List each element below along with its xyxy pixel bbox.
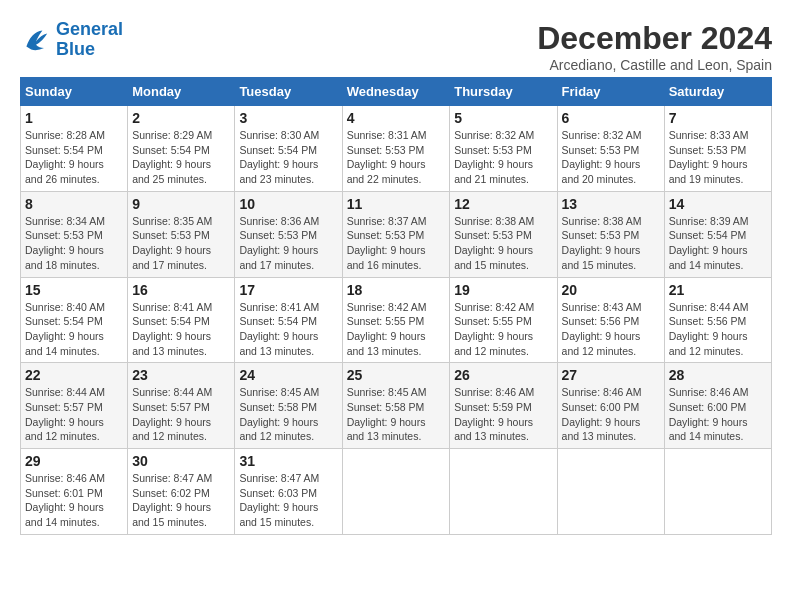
day-number: 30 [132, 453, 230, 469]
day-info: Sunrise: 8:44 AM Sunset: 5:57 PM Dayligh… [132, 385, 230, 444]
calendar-cell: 23Sunrise: 8:44 AM Sunset: 5:57 PM Dayli… [128, 363, 235, 449]
logo: General Blue [20, 20, 123, 60]
day-number: 5 [454, 110, 552, 126]
day-number: 26 [454, 367, 552, 383]
day-number: 9 [132, 196, 230, 212]
calendar-cell: 14Sunrise: 8:39 AM Sunset: 5:54 PM Dayli… [664, 191, 771, 277]
calendar-cell: 31Sunrise: 8:47 AM Sunset: 6:03 PM Dayli… [235, 449, 342, 535]
calendar-cell: 8Sunrise: 8:34 AM Sunset: 5:53 PM Daylig… [21, 191, 128, 277]
day-info: Sunrise: 8:28 AM Sunset: 5:54 PM Dayligh… [25, 128, 123, 187]
col-header-saturday: Saturday [664, 78, 771, 106]
calendar-cell: 2Sunrise: 8:29 AM Sunset: 5:54 PM Daylig… [128, 106, 235, 192]
day-number: 17 [239, 282, 337, 298]
day-info: Sunrise: 8:32 AM Sunset: 5:53 PM Dayligh… [454, 128, 552, 187]
day-number: 14 [669, 196, 767, 212]
day-info: Sunrise: 8:42 AM Sunset: 5:55 PM Dayligh… [454, 300, 552, 359]
day-number: 24 [239, 367, 337, 383]
day-info: Sunrise: 8:29 AM Sunset: 5:54 PM Dayligh… [132, 128, 230, 187]
col-header-sunday: Sunday [21, 78, 128, 106]
calendar-cell [664, 449, 771, 535]
day-info: Sunrise: 8:35 AM Sunset: 5:53 PM Dayligh… [132, 214, 230, 273]
title-block: December 2024 Arcediano, Castille and Le… [537, 20, 772, 73]
day-number: 31 [239, 453, 337, 469]
calendar-cell [450, 449, 557, 535]
day-number: 19 [454, 282, 552, 298]
day-info: Sunrise: 8:46 AM Sunset: 5:59 PM Dayligh… [454, 385, 552, 444]
calendar-cell [342, 449, 450, 535]
day-number: 7 [669, 110, 767, 126]
day-number: 8 [25, 196, 123, 212]
day-info: Sunrise: 8:36 AM Sunset: 5:53 PM Dayligh… [239, 214, 337, 273]
calendar-cell: 15Sunrise: 8:40 AM Sunset: 5:54 PM Dayli… [21, 277, 128, 363]
day-number: 29 [25, 453, 123, 469]
col-header-tuesday: Tuesday [235, 78, 342, 106]
calendar-cell: 26Sunrise: 8:46 AM Sunset: 5:59 PM Dayli… [450, 363, 557, 449]
day-info: Sunrise: 8:43 AM Sunset: 5:56 PM Dayligh… [562, 300, 660, 359]
calendar-cell: 27Sunrise: 8:46 AM Sunset: 6:00 PM Dayli… [557, 363, 664, 449]
day-info: Sunrise: 8:46 AM Sunset: 6:00 PM Dayligh… [562, 385, 660, 444]
calendar-cell: 18Sunrise: 8:42 AM Sunset: 5:55 PM Dayli… [342, 277, 450, 363]
calendar-cell: 22Sunrise: 8:44 AM Sunset: 5:57 PM Dayli… [21, 363, 128, 449]
calendar-cell: 24Sunrise: 8:45 AM Sunset: 5:58 PM Dayli… [235, 363, 342, 449]
day-number: 20 [562, 282, 660, 298]
day-number: 4 [347, 110, 446, 126]
calendar-cell: 16Sunrise: 8:41 AM Sunset: 5:54 PM Dayli… [128, 277, 235, 363]
calendar-cell: 17Sunrise: 8:41 AM Sunset: 5:54 PM Dayli… [235, 277, 342, 363]
day-number: 1 [25, 110, 123, 126]
day-number: 27 [562, 367, 660, 383]
day-info: Sunrise: 8:37 AM Sunset: 5:53 PM Dayligh… [347, 214, 446, 273]
day-info: Sunrise: 8:33 AM Sunset: 5:53 PM Dayligh… [669, 128, 767, 187]
day-info: Sunrise: 8:44 AM Sunset: 5:57 PM Dayligh… [25, 385, 123, 444]
page-subtitle: Arcediano, Castille and Leon, Spain [537, 57, 772, 73]
col-header-friday: Friday [557, 78, 664, 106]
day-info: Sunrise: 8:39 AM Sunset: 5:54 PM Dayligh… [669, 214, 767, 273]
header-top: General Blue December 2024 Arcediano, Ca… [20, 20, 772, 73]
calendar-cell: 12Sunrise: 8:38 AM Sunset: 5:53 PM Dayli… [450, 191, 557, 277]
day-info: Sunrise: 8:41 AM Sunset: 5:54 PM Dayligh… [132, 300, 230, 359]
calendar-cell: 6Sunrise: 8:32 AM Sunset: 5:53 PM Daylig… [557, 106, 664, 192]
day-number: 21 [669, 282, 767, 298]
calendar-cell: 30Sunrise: 8:47 AM Sunset: 6:02 PM Dayli… [128, 449, 235, 535]
day-info: Sunrise: 8:31 AM Sunset: 5:53 PM Dayligh… [347, 128, 446, 187]
calendar-cell: 29Sunrise: 8:46 AM Sunset: 6:01 PM Dayli… [21, 449, 128, 535]
day-info: Sunrise: 8:41 AM Sunset: 5:54 PM Dayligh… [239, 300, 337, 359]
calendar-table: SundayMondayTuesdayWednesdayThursdayFrid… [20, 77, 772, 535]
calendar-cell [557, 449, 664, 535]
calendar-cell: 7Sunrise: 8:33 AM Sunset: 5:53 PM Daylig… [664, 106, 771, 192]
calendar-cell: 13Sunrise: 8:38 AM Sunset: 5:53 PM Dayli… [557, 191, 664, 277]
day-info: Sunrise: 8:32 AM Sunset: 5:53 PM Dayligh… [562, 128, 660, 187]
calendar-cell: 21Sunrise: 8:44 AM Sunset: 5:56 PM Dayli… [664, 277, 771, 363]
day-info: Sunrise: 8:44 AM Sunset: 5:56 PM Dayligh… [669, 300, 767, 359]
calendar-cell: 20Sunrise: 8:43 AM Sunset: 5:56 PM Dayli… [557, 277, 664, 363]
col-header-wednesday: Wednesday [342, 78, 450, 106]
day-number: 6 [562, 110, 660, 126]
day-info: Sunrise: 8:47 AM Sunset: 6:02 PM Dayligh… [132, 471, 230, 530]
day-number: 10 [239, 196, 337, 212]
calendar-cell: 11Sunrise: 8:37 AM Sunset: 5:53 PM Dayli… [342, 191, 450, 277]
calendar-cell: 3Sunrise: 8:30 AM Sunset: 5:54 PM Daylig… [235, 106, 342, 192]
calendar-cell: 1Sunrise: 8:28 AM Sunset: 5:54 PM Daylig… [21, 106, 128, 192]
calendar-cell: 19Sunrise: 8:42 AM Sunset: 5:55 PM Dayli… [450, 277, 557, 363]
day-info: Sunrise: 8:47 AM Sunset: 6:03 PM Dayligh… [239, 471, 337, 530]
day-number: 13 [562, 196, 660, 212]
day-info: Sunrise: 8:34 AM Sunset: 5:53 PM Dayligh… [25, 214, 123, 273]
day-info: Sunrise: 8:38 AM Sunset: 5:53 PM Dayligh… [454, 214, 552, 273]
day-number: 22 [25, 367, 123, 383]
page-title: December 2024 [537, 20, 772, 57]
day-number: 25 [347, 367, 446, 383]
logo-text: General Blue [56, 20, 123, 60]
day-info: Sunrise: 8:45 AM Sunset: 5:58 PM Dayligh… [347, 385, 446, 444]
day-number: 16 [132, 282, 230, 298]
calendar-cell: 5Sunrise: 8:32 AM Sunset: 5:53 PM Daylig… [450, 106, 557, 192]
day-number: 18 [347, 282, 446, 298]
day-info: Sunrise: 8:46 AM Sunset: 6:01 PM Dayligh… [25, 471, 123, 530]
day-number: 2 [132, 110, 230, 126]
day-number: 15 [25, 282, 123, 298]
calendar-cell: 9Sunrise: 8:35 AM Sunset: 5:53 PM Daylig… [128, 191, 235, 277]
calendar-cell: 10Sunrise: 8:36 AM Sunset: 5:53 PM Dayli… [235, 191, 342, 277]
day-number: 12 [454, 196, 552, 212]
calendar-cell: 28Sunrise: 8:46 AM Sunset: 6:00 PM Dayli… [664, 363, 771, 449]
day-info: Sunrise: 8:40 AM Sunset: 5:54 PM Dayligh… [25, 300, 123, 359]
day-number: 11 [347, 196, 446, 212]
col-header-thursday: Thursday [450, 78, 557, 106]
